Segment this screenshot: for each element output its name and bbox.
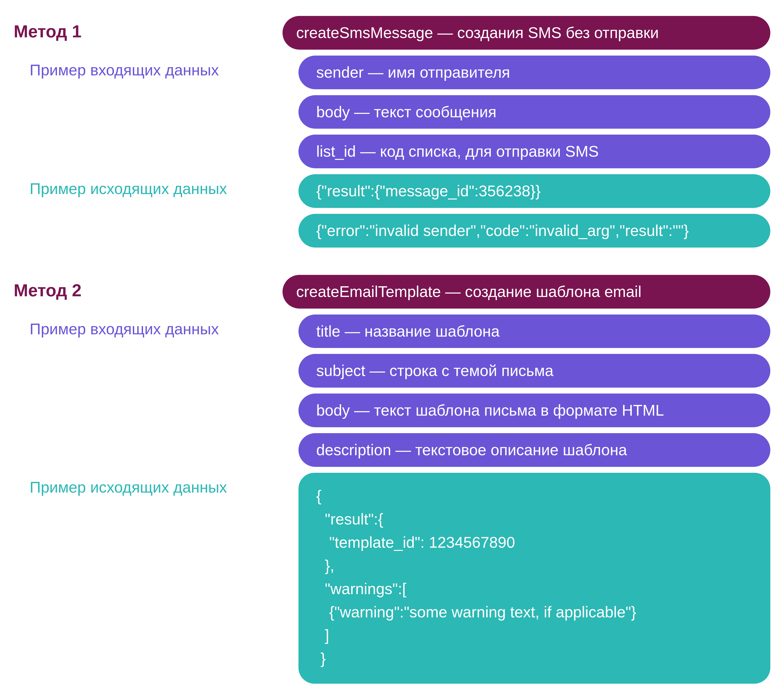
input-label: Пример входящих данных (14, 320, 283, 338)
input-param-pill: list_id — код списка, для отправки SMS (298, 135, 770, 168)
method-title-row: Метод 1 createSmsMessage — создания SMS … (14, 16, 770, 50)
method-block-2: Метод 2 createEmailTemplate — создание ш… (14, 275, 770, 684)
output-example-pill: {"error":"invalid sender","code":"invali… (298, 214, 770, 248)
input-param-pill: body — текст шаблона письма в формате HT… (298, 394, 770, 427)
output-label-cell: Пример исходящих данных (14, 174, 283, 197)
method-output-row: Пример исходящих данных {"result":{"mess… (14, 174, 770, 248)
method-input-row: Пример входящих данных title — название … (14, 315, 770, 467)
output-block-cell: { "result":{ "template_id": 1234567890 }… (283, 473, 770, 684)
method-heading: Метод 2 (14, 280, 283, 300)
input-label-cell: Пример входящих данных (14, 56, 283, 79)
input-param-pill: body — текст сообщения (298, 95, 770, 129)
input-label-cell: Пример входящих данных (14, 315, 283, 338)
method-title-pill: createEmailTemplate — создание шаблона e… (283, 275, 770, 309)
input-param-pill: title — название шаблона (298, 315, 770, 348)
output-label: Пример исходящих данных (14, 478, 283, 496)
input-param-pill: sender — имя отправителя (298, 56, 770, 89)
input-param-pill: subject — строка с темой письма (298, 354, 770, 388)
input-pills-cell: title — название шаблона subject — строк… (283, 315, 770, 467)
method-output-row: Пример исходящих данных { "result":{ "te… (14, 473, 770, 684)
method-heading-cell: Метод 2 (14, 275, 283, 300)
output-example-block: { "result":{ "template_id": 1234567890 }… (298, 473, 770, 684)
method-title-pill: createSmsMessage — создания SMS без отпр… (283, 16, 770, 50)
method-input-row: Пример входящих данных sender — имя отпр… (14, 56, 770, 168)
output-label-cell: Пример исходящих данных (14, 473, 283, 496)
output-example-pill: {"result":{"message_id":356238}} (298, 174, 770, 208)
input-pills-cell: sender — имя отправителя body — текст со… (283, 56, 770, 168)
output-pills-cell: {"result":{"message_id":356238}} {"error… (283, 174, 770, 248)
method-heading-cell: Метод 1 (14, 16, 283, 41)
input-label: Пример входящих данных (14, 61, 283, 79)
output-label: Пример исходящих данных (14, 180, 283, 197)
input-param-pill: description — текстовое описание шаблона (298, 433, 770, 467)
method-block-1: Метод 1 createSmsMessage — создания SMS … (14, 16, 770, 248)
method-title-cell: createSmsMessage — создания SMS без отпр… (283, 16, 770, 50)
method-title-row: Метод 2 createEmailTemplate — создание ш… (14, 275, 770, 309)
method-title-cell: createEmailTemplate — создание шаблона e… (283, 275, 770, 309)
method-heading: Метод 1 (14, 21, 283, 41)
